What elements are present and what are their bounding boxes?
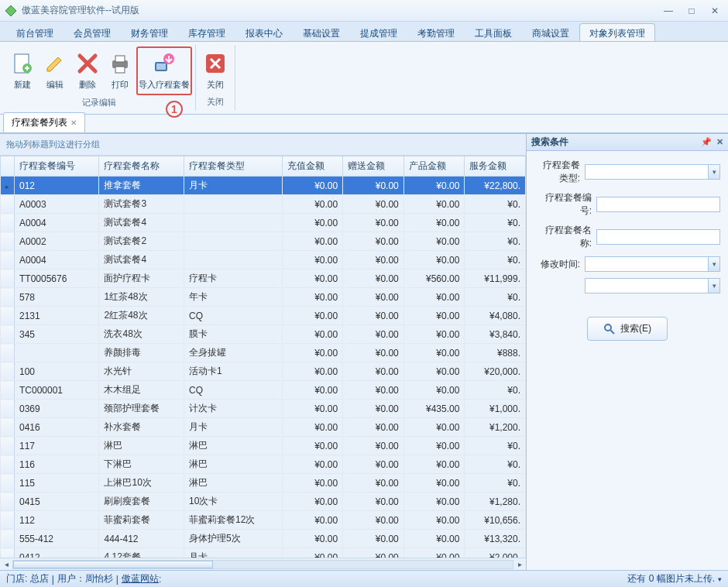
table-row[interactable]: A0003测试套餐3¥0.00¥0.00¥0.00¥0. (1, 195, 526, 214)
cell[interactable]: 115 (15, 474, 99, 493)
search-button[interactable]: 搜索(E) (587, 317, 668, 341)
cell[interactable]: ¥1,280. (465, 493, 526, 511)
cell[interactable]: ¥0.00 (403, 214, 465, 232)
cell[interactable]: ¥0.00 (343, 381, 404, 400)
cell[interactable]: ¥0.00 (343, 437, 404, 455)
cell[interactable]: ¥0.00 (403, 232, 465, 251)
cell[interactable]: ¥0.00 (403, 455, 465, 474)
name-input[interactable] (596, 229, 720, 245)
code-input[interactable] (596, 197, 720, 212)
column-header[interactable]: 充值金额 (282, 156, 343, 177)
cell[interactable]: ¥3,840. (465, 325, 526, 344)
column-header[interactable]: 疗程套餐名称 (99, 156, 184, 177)
cell[interactable]: 计次卡 (184, 400, 282, 418)
cell[interactable]: 颈部护理套餐 (99, 400, 184, 418)
cell[interactable]: ¥0.00 (403, 325, 465, 344)
cell[interactable]: ¥0. (465, 288, 526, 307)
print-button[interactable]: 打印 (104, 46, 136, 95)
row-header[interactable] (1, 288, 15, 307)
column-header[interactable]: 疗程套餐编号 (15, 156, 99, 177)
cell[interactable]: ¥13,320. (465, 530, 526, 548)
cell[interactable]: 345 (15, 325, 99, 344)
row-header[interactable] (1, 493, 15, 511)
cell[interactable]: ¥0.00 (403, 474, 465, 493)
cell[interactable]: 578 (15, 288, 99, 307)
row-header[interactable] (1, 548, 15, 558)
cell[interactable]: 月卡 (184, 177, 282, 195)
cell[interactable]: 推拿套餐 (99, 177, 184, 195)
row-header[interactable] (1, 362, 15, 381)
cell[interactable]: ¥0.00 (282, 530, 343, 548)
cell[interactable]: ¥0.00 (343, 344, 404, 362)
row-header[interactable] (1, 251, 15, 269)
cell[interactable]: ¥0. (465, 251, 526, 269)
cell[interactable]: ¥0.00 (282, 362, 343, 381)
cell[interactable]: ¥0.00 (343, 251, 404, 269)
table-row[interactable]: 养颜排毒全身拔罐¥0.00¥0.00¥0.00¥888. (1, 344, 526, 362)
table-row[interactable]: 115上淋巴10次淋巴¥0.00¥0.00¥0.00¥0. (1, 474, 526, 493)
vendor-link[interactable]: 傲蓝网站 (122, 572, 159, 585)
maximize-button[interactable]: □ (683, 5, 700, 17)
cell[interactable]: ¥0.00 (403, 548, 465, 558)
cell[interactable]: A0004 (15, 251, 99, 269)
cell[interactable]: 膜卡 (184, 325, 282, 344)
table-row[interactable]: 04124.12套餐月卡¥0.00¥0.00¥0.00¥2,000. (1, 548, 526, 558)
cell[interactable]: 月卡 (184, 418, 282, 437)
cell[interactable]: ¥0.00 (403, 381, 465, 400)
column-header[interactable]: 服务金额 (465, 156, 526, 177)
tab-4[interactable]: 报表中心 (235, 23, 293, 41)
cell[interactable]: 2红茶48次 (99, 307, 184, 325)
cell[interactable]: A0002 (15, 232, 99, 251)
scroll-left-icon[interactable]: ◂ (0, 560, 12, 568)
cell[interactable]: ¥10,656. (465, 511, 526, 530)
cell[interactable]: 下淋巴 (99, 455, 184, 474)
cell[interactable]: ¥0.00 (403, 307, 465, 325)
cell[interactable]: ¥0.00 (403, 511, 465, 530)
cell[interactable]: 年卡 (184, 288, 282, 307)
cell[interactable]: ¥0.00 (282, 381, 343, 400)
cell[interactable]: 100 (15, 362, 99, 381)
cell[interactable]: ¥0.00 (343, 530, 404, 548)
tab-3[interactable]: 库存管理 (178, 23, 235, 41)
cell[interactable] (184, 251, 282, 269)
cell[interactable]: ¥0.00 (282, 251, 343, 269)
cell[interactable]: ¥0. (465, 455, 526, 474)
column-header[interactable]: 赠送金额 (343, 156, 404, 177)
tab-9[interactable]: 商城设置 (522, 23, 579, 41)
cell[interactable]: 养颜排毒 (99, 344, 184, 362)
cell[interactable]: 菲蜜莉套餐 (99, 511, 184, 530)
cell[interactable]: ¥0.00 (282, 269, 343, 288)
cell[interactable]: ¥0.00 (343, 269, 404, 288)
cell[interactable]: ¥0.00 (403, 362, 465, 381)
cell[interactable]: CQ (184, 307, 282, 325)
table-row[interactable]: 555-412444-412身体护理5次¥0.00¥0.00¥0.00¥13,3… (1, 530, 526, 548)
tab-2[interactable]: 财务管理 (121, 23, 178, 41)
cell[interactable]: ¥11,999. (465, 269, 526, 288)
cell[interactable]: ¥435.00 (403, 400, 465, 418)
cell[interactable]: 淋巴 (184, 474, 282, 493)
cell[interactable]: 疗程卡 (184, 269, 282, 288)
cell[interactable]: 上淋巴10次 (99, 474, 184, 493)
cell[interactable]: ¥0.00 (403, 530, 465, 548)
cell[interactable]: 10次卡 (184, 493, 282, 511)
close-window-button[interactable]: ✕ (706, 5, 723, 17)
cell[interactable]: ¥0.00 (343, 288, 404, 307)
table-row[interactable]: A0004测试套餐4¥0.00¥0.00¥0.00¥0. (1, 251, 526, 269)
cell[interactable]: ¥0.00 (343, 493, 404, 511)
cell[interactable]: ¥0.00 (282, 493, 343, 511)
cell[interactable]: ¥0. (465, 381, 526, 400)
table-row[interactable]: 0369颈部护理套餐计次卡¥0.00¥0.00¥435.00¥1,000. (1, 400, 526, 418)
cell[interactable]: ¥1,000. (465, 400, 526, 418)
cell[interactable]: 身体护理5次 (184, 530, 282, 548)
cell[interactable]: ¥0.00 (282, 232, 343, 251)
cell[interactable]: 117 (15, 437, 99, 455)
cell[interactable] (184, 195, 282, 214)
scroll-right-icon[interactable]: ▸ (513, 560, 526, 568)
cell[interactable]: ¥0. (465, 195, 526, 214)
cell[interactable]: ¥0.00 (282, 455, 343, 474)
cell[interactable]: ¥888. (465, 344, 526, 362)
cell[interactable]: ¥0.00 (403, 437, 465, 455)
cell[interactable] (184, 232, 282, 251)
close-icon[interactable]: ✕ (716, 137, 723, 147)
chevron-down-icon[interactable]: ▾ (718, 575, 722, 583)
